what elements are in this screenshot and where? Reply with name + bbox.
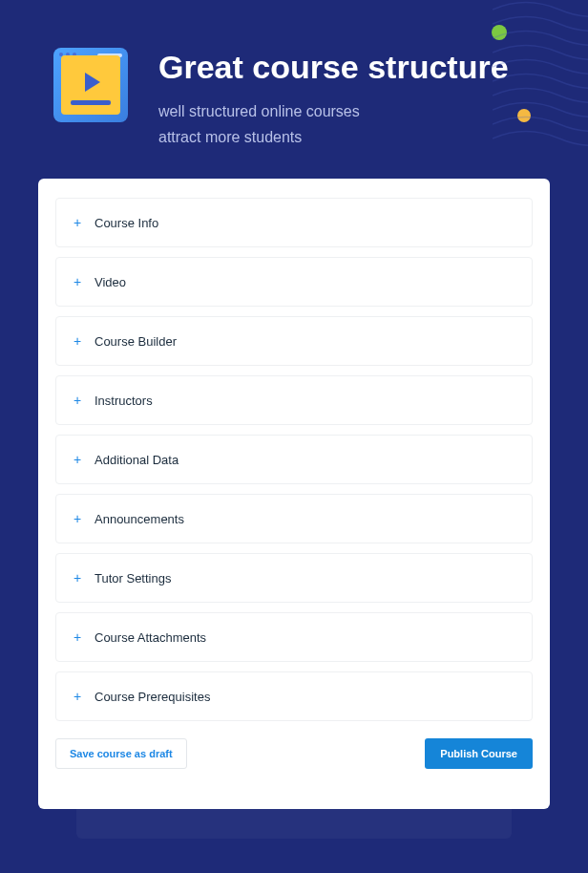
accordion-label: Video [94,275,126,289]
accordion-item[interactable]: +Announcements [55,494,533,543]
page-subtitle: well structured online courses attract m… [158,98,540,150]
accordion-label: Course Prerequisites [94,690,210,704]
accordion-label: Course Attachments [94,630,206,645]
accordion-label: Tutor Settings [94,571,171,586]
plus-icon: + [74,689,85,704]
plus-icon: + [74,333,85,349]
accordion-item[interactable]: +Video [55,257,533,307]
course-form-panel: +Course Info+Video+Course Builder+Instru… [38,179,550,809]
plus-icon: + [74,393,85,408]
accordion-item[interactable]: +Course Attachments [55,612,533,662]
page-title: Great course structure [158,48,540,87]
accordion-item[interactable]: +Instructors [55,375,533,425]
accordion-item[interactable]: +Additional Data [55,435,533,484]
accordion-item[interactable]: +Course Builder [55,316,533,366]
accordion-label: Instructors [94,394,153,408]
plus-icon: + [74,629,85,645]
plus-icon: + [74,452,85,467]
plus-icon: + [74,570,85,586]
plus-icon: + [74,215,85,230]
decorative-waves [493,0,588,162]
save-draft-button[interactable]: Save course as draft [55,738,187,769]
plus-icon: + [74,511,85,526]
accordion-label: Announcements [94,512,184,526]
panel-footer: Save course as draft Publish Course [55,738,533,769]
accordion-label: Course Builder [94,334,177,349]
accordion-item[interactable]: +Course Prerequisites [55,671,533,721]
accordion-label: Additional Data [94,453,178,467]
accordion-label: Course Info [94,216,158,230]
decorative-shadow [76,781,512,839]
accordion-item[interactable]: +Tutor Settings [55,553,533,603]
accordion-item[interactable]: +Course Info [55,198,533,247]
course-video-icon [53,48,128,122]
publish-course-button[interactable]: Publish Course [425,738,533,769]
plus-icon: + [74,274,85,289]
